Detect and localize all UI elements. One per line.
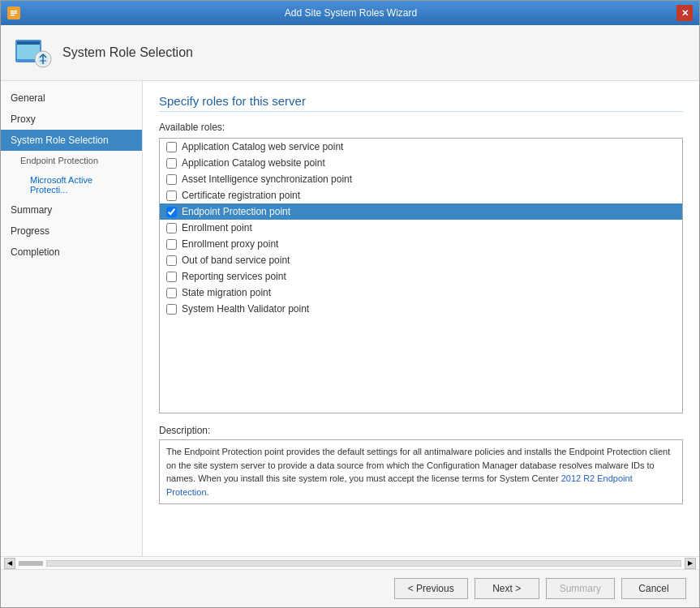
role-label: Out of band service point <box>182 255 290 266</box>
header-icon <box>14 33 53 72</box>
svg-rect-1 <box>11 11 17 12</box>
role-checkbox[interactable] <box>166 288 177 298</box>
role-checkbox[interactable] <box>166 207 177 217</box>
role-label: Application Catalog website point <box>182 157 325 169</box>
role-checkbox[interactable] <box>166 158 177 169</box>
scroll-thumb[interactable] <box>19 561 43 566</box>
role-checkbox[interactable] <box>166 272 177 282</box>
role-item[interactable]: Application Catalog web service point <box>160 139 682 155</box>
role-item[interactable]: Application Catalog website point <box>160 155 682 171</box>
role-label: Endpoint Protection point <box>182 206 290 217</box>
sidebar-item-progress[interactable]: Progress <box>1 221 142 242</box>
role-item[interactable]: Certificate registration point <box>160 187 682 203</box>
previous-button[interactable]: < Previous <box>394 578 468 599</box>
scroll-left[interactable]: ◀ <box>4 558 15 569</box>
sidebar-item-proxy[interactable]: Proxy <box>1 109 142 130</box>
role-checkbox[interactable] <box>166 239 177 250</box>
summary-button[interactable]: Summary <box>546 578 615 599</box>
role-checkbox[interactable] <box>166 223 177 233</box>
sidebar-item-endpoint-protection[interactable]: Endpoint Protection <box>1 151 142 170</box>
description-box: The Endpoint Protection point provides t… <box>159 439 683 504</box>
sidebar-item-summary[interactable]: Summary <box>1 199 142 221</box>
role-label: Asset Intelligence synchronization point <box>182 173 352 185</box>
sidebar-item-microsoft-active[interactable]: Microsoft Active Protecti... <box>1 170 142 199</box>
footer: < Previous Next > Summary Cancel <box>1 569 699 607</box>
roles-list: Application Catalog web service pointApp… <box>159 138 683 413</box>
window-title: Add Site System Roles Wizard <box>25 7 676 19</box>
role-item[interactable]: Asset Intelligence synchronization point <box>160 171 682 187</box>
role-item[interactable]: Out of band service point <box>160 252 682 268</box>
sidebar-item-completion[interactable]: Completion <box>1 242 142 263</box>
wizard-window: Add Site System Roles Wizard ✕ System Ro… <box>0 0 700 608</box>
description-label: Description: <box>159 425 683 436</box>
description-text-3: . <box>207 487 209 497</box>
scroll-track[interactable] <box>46 560 681 567</box>
role-label: Certificate registration point <box>182 190 300 201</box>
role-item[interactable]: State migration point <box>160 285 682 301</box>
role-checkbox[interactable] <box>166 191 177 201</box>
role-item[interactable]: Enrollment proxy point <box>160 236 682 252</box>
main-content: Specify roles for this server Available … <box>143 81 699 556</box>
next-button[interactable]: Next > <box>475 578 539 599</box>
role-item[interactable]: Enrollment point <box>160 220 682 236</box>
available-roles-label: Available roles: <box>159 122 683 133</box>
role-checkbox[interactable] <box>166 142 177 152</box>
role-label: Application Catalog web service point <box>182 141 343 152</box>
app-icon <box>7 6 20 19</box>
header-bar: System Role Selection <box>1 25 699 81</box>
role-label: State migration point <box>182 287 271 298</box>
cancel-button[interactable]: Cancel <box>621 578 686 599</box>
sidebar: General Proxy System Role Selection Endp… <box>1 81 143 556</box>
role-item[interactable]: Reporting services point <box>160 268 682 285</box>
content-area: General Proxy System Role Selection Endp… <box>1 81 699 556</box>
svg-rect-6 <box>17 41 40 45</box>
role-checkbox[interactable] <box>166 255 177 266</box>
close-button[interactable]: ✕ <box>676 5 693 21</box>
role-checkbox[interactable] <box>166 174 177 185</box>
svg-rect-3 <box>11 15 15 16</box>
horizontal-scrollbar: ◀ ▶ <box>1 556 699 569</box>
sidebar-item-general[interactable]: General <box>1 88 142 109</box>
sidebar-item-system-role[interactable]: System Role Selection <box>1 130 142 151</box>
header-title: System Role Selection <box>62 45 193 60</box>
role-item[interactable]: System Health Validator point <box>160 301 682 317</box>
role-label: System Health Validator point <box>182 303 309 315</box>
role-label: Enrollment proxy point <box>182 238 278 250</box>
scroll-right[interactable]: ▶ <box>685 558 696 569</box>
role-label: Enrollment point <box>182 222 252 233</box>
role-checkbox[interactable] <box>166 304 177 315</box>
section-title: Specify roles for this server <box>159 94 683 112</box>
svg-rect-2 <box>11 13 17 15</box>
role-item[interactable]: Endpoint Protection point <box>160 203 682 220</box>
titlebar: Add Site System Roles Wizard ✕ <box>1 1 699 25</box>
description-section: Description: The Endpoint Protection poi… <box>159 425 683 504</box>
role-label: Reporting services point <box>182 271 286 282</box>
